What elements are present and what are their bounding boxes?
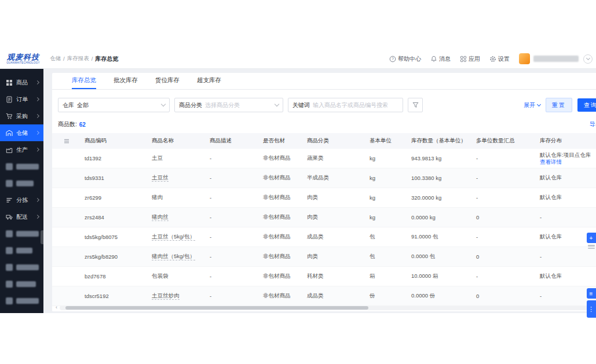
cell-multi: - [471,194,535,201]
advanced-filter-button[interactable] [408,98,423,112]
horizontal-scrollbar[interactable]: ‹ › [54,305,596,310]
cell-desc: - [205,155,258,161]
breadcrumb-item[interactable]: 库存报表 [67,55,89,62]
sidebar-item-delivery[interactable]: 配送 [0,208,43,225]
sidebar-item-redacted[interactable] [0,275,43,292]
cell-name[interactable]: 土豆丝炒肉 [147,292,205,300]
sidebar-item-redacted[interactable] [0,309,43,313]
product-count-label: 商品数: [58,120,77,128]
sidebar-item-order[interactable]: 订单 [0,91,43,108]
redacted-icon [6,230,13,237]
gear-icon [489,56,496,62]
query-button[interactable]: 查询 [577,98,596,112]
view-details-link[interactable]: 查看详情 [540,159,594,166]
table-row[interactable]: bzd7678包装袋-非包材商品耗材类箱10.0000 箱-默认仓库0.59元0 [52,267,596,286]
sorting-icon [6,197,13,204]
cell-name[interactable]: 土豆丝 [147,174,205,182]
floating-menu-icon[interactable]: ≡ [587,288,596,299]
tab-4[interactable]: 超支库存 [197,73,221,89]
keyword-input[interactable]: 关键词 输入商品名字或商品编号搜索 [288,98,403,112]
scrollbar-track[interactable] [60,306,596,310]
brand-subtitle: GUANMAITECHNOLOGY [6,62,40,65]
user-menu[interactable] [519,53,579,64]
sidebar-item-label: 分拣 [16,196,32,204]
header-action-message[interactable]: 消息 [430,55,451,63]
sidebar-item-label: 配送 [16,213,32,221]
user-dropdown-button[interactable] [583,54,593,64]
redacted-label [16,181,34,186]
header-action-settings[interactable]: 设置 [489,55,510,63]
cell-desc: - [205,234,258,240]
chevron-right-icon [35,215,39,219]
cell-packing: 非包材商品 [258,273,302,280]
cell-unit: 包 [365,253,407,260]
sidebar-item-redacted[interactable] [0,158,43,175]
expand-toggle[interactable]: 展开 [524,101,540,109]
scrollbar-thumb[interactable] [65,306,368,310]
table-row[interactable]: tds9331土豆丝-非包材商品半成品类kg100.3380 kg-默认仓库42… [52,168,596,188]
cell-category: 肉类 [302,214,365,221]
goods-icon [6,79,13,86]
reset-button[interactable]: 重置 [546,98,572,112]
table-row[interactable]: zr6299猪肉-非包材商品肉类kg320.0000 kg-默认仓库2227.2… [52,188,596,208]
sidebar-item-purchase[interactable]: 采购 [0,108,43,124]
floating-help-widget[interactable]: + [586,233,596,249]
tab-2[interactable]: 批次库存 [114,73,138,89]
cell-name[interactable]: 土豆丝（5kg/包） [147,233,205,241]
tab-3[interactable]: 货位库存 [155,73,180,89]
cell-code: tds5kg/b8075 [80,234,147,240]
top-bar: 观麦科技 GUANMAITECHNOLOGY 仓储/库存报表/库存总览 ?帮助中… [0,49,596,69]
table-row[interactable]: zrs5kg/b8290猪肉丝（5kg/包）-非包材商品肉类包0.0000 包0… [52,247,596,267]
category-select[interactable]: 商品分类 选择商品分类 [174,98,283,112]
warehouse-value: 全部 [77,101,89,109]
column-settings-icon[interactable] [52,138,80,145]
table-row[interactable]: zrs2484猪肉丝-非包材商品肉类kg0.0000 kg0-0.00元0 [52,208,596,227]
scroll-left-arrow[interactable]: ‹ [54,305,58,310]
chevron-right-icon [35,148,39,152]
delivery-icon [6,214,13,220]
table-row[interactable]: tds5kg/b8075土豆丝（5kg/包）-非包材商品成品类包91.0000 … [52,227,596,247]
header-action-label: 帮助中心 [398,55,421,63]
cell-code: zrs2484 [80,214,147,220]
warehouse-select[interactable]: 仓库 全部 [58,98,170,112]
sidebar-item-warehouse[interactable]: 仓储 [0,124,43,141]
cell-multi: - [471,155,535,161]
cell-stock: 943.9813 kg [407,155,471,161]
floating-service-widget[interactable]: ≡ ⋮ [586,288,596,318]
sidebar-item-goods[interactable]: 商品 [0,74,43,91]
cell-stock: 0.0000 份 [407,292,471,300]
apps-icon [460,56,467,62]
sidebar-item-redacted[interactable] [0,259,43,275]
cell-name[interactable]: 猪肉丝 [147,214,205,221]
export-link[interactable]: 导出 [590,120,596,128]
floating-service-tab[interactable]: ⋮ [587,300,596,318]
funnel-icon [412,102,419,108]
sidebar-item-redacted[interactable] [0,242,43,259]
distribution-text: 默认仓库:项目点仓库 [540,152,594,159]
sidebar-item-redacted[interactable] [0,292,43,309]
cell-name[interactable]: 猪肉 [147,194,205,201]
warehouse-icon [6,130,13,137]
table-row[interactable]: tdscr5192土豆丝炒肉-非包材商品成品类份0.0000 份0-0.00元6 [52,286,596,306]
tab-1[interactable]: 库存总览 [72,73,96,89]
cell-multi: 0 [471,293,535,299]
sidebar-item-redacted[interactable] [0,175,43,192]
cell-category: 成品类 [302,233,365,241]
cell-distribution: - [535,253,596,260]
brand-logo: 观麦科技 GUANMAITECHNOLOGY [0,53,46,65]
cell-name[interactable]: 包装袋 [147,273,205,280]
table-row[interactable]: td1392土豆-非包材商品蔬菜类kg943.9813 kg-默认仓库:项目点仓… [52,149,596,168]
cell-name[interactable]: 土豆 [147,155,205,162]
sidebar-item-redacted[interactable] [0,225,43,242]
cell-name[interactable]: 猪肉丝（5kg/包） [147,253,205,260]
sidebar-item-sorting[interactable]: 分拣 [0,192,43,208]
floating-plus-icon[interactable]: + [587,233,596,243]
cell-desc: - [205,273,258,280]
breadcrumb-item[interactable]: 仓储 [50,55,61,62]
column-header: 商品名称 [147,137,205,145]
header-action-apps[interactable]: 应用 [460,55,480,63]
header-action-help[interactable]: ?帮助中心 [389,55,421,63]
sidebar-item-production[interactable]: 生产 [0,141,43,158]
chevron-down-icon [586,56,590,60]
redacted-icon [6,247,13,254]
